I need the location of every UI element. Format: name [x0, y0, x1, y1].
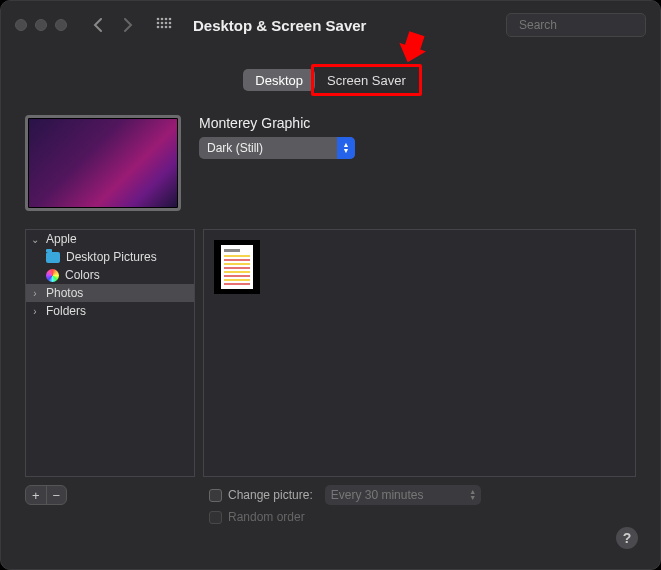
svg-point-8: [157, 26, 160, 29]
zoom-light[interactable]: [55, 19, 67, 31]
source-photos[interactable]: › Photos: [26, 284, 194, 302]
chevron-right-icon: ›: [30, 288, 40, 299]
source-label: Photos: [46, 286, 83, 300]
select-stepper-icon: ▲▼: [337, 137, 355, 159]
svg-point-4: [157, 22, 160, 25]
random-order-label: Random order: [228, 510, 305, 524]
random-order-row: Random order: [209, 510, 481, 524]
help-button[interactable]: ?: [616, 527, 638, 549]
titlebar: Desktop & Screen Saver: [1, 1, 660, 49]
back-button[interactable]: [87, 14, 109, 36]
change-picture-checkbox[interactable]: [209, 489, 222, 502]
color-wheel-icon: [46, 269, 59, 282]
source-folders[interactable]: › Folders: [26, 302, 194, 320]
window-title: Desktop & Screen Saver: [193, 17, 366, 34]
source-label: Colors: [65, 268, 100, 282]
wallpaper-preview: [25, 115, 181, 211]
picture-thumbnail[interactable]: [214, 240, 260, 294]
svg-point-0: [157, 18, 160, 21]
source-colors[interactable]: Colors: [26, 266, 194, 284]
tab-desktop[interactable]: Desktop: [243, 69, 315, 91]
change-picture-row: Change picture: Every 30 minutes ▲▼: [209, 485, 481, 505]
source-list: ⌄ Apple Desktop Pictures Colors › Photos…: [25, 229, 195, 477]
svg-point-2: [165, 18, 168, 21]
source-label: Apple: [46, 232, 77, 246]
add-remove-buttons: + −: [25, 485, 67, 505]
wallpaper-name: Monterey Graphic: [199, 115, 636, 131]
svg-point-10: [165, 26, 168, 29]
svg-point-5: [161, 22, 164, 25]
variant-select-value: Dark (Still): [207, 141, 263, 155]
minimize-light[interactable]: [35, 19, 47, 31]
source-label: Folders: [46, 304, 86, 318]
thumbnail-grid: [203, 229, 636, 477]
svg-point-6: [165, 22, 168, 25]
tab-bar: Desktop Screen Saver: [1, 69, 660, 91]
arrow-indicator-icon: [390, 31, 428, 72]
random-order-checkbox: [209, 511, 222, 524]
remove-button[interactable]: −: [47, 486, 67, 504]
close-light[interactable]: [15, 19, 27, 31]
interval-value: Every 30 minutes: [331, 488, 424, 502]
thumbnail-image: [221, 245, 253, 289]
chevron-right-icon: ›: [30, 306, 40, 317]
variant-select[interactable]: Dark (Still) ▲▼: [199, 137, 355, 159]
chevron-down-icon: ⌄: [30, 234, 40, 245]
interval-select[interactable]: Every 30 minutes ▲▼: [325, 485, 481, 505]
search-input[interactable]: [519, 18, 661, 32]
source-desktop-pictures[interactable]: Desktop Pictures: [26, 248, 194, 266]
svg-point-11: [169, 26, 172, 29]
add-button[interactable]: +: [26, 486, 47, 504]
svg-point-9: [161, 26, 164, 29]
search-field[interactable]: [506, 13, 646, 37]
svg-point-1: [161, 18, 164, 21]
svg-point-3: [169, 18, 172, 21]
tab-screen-saver[interactable]: Screen Saver: [315, 69, 418, 91]
window-controls: [15, 19, 67, 31]
folder-icon: [46, 252, 60, 263]
svg-point-7: [169, 22, 172, 25]
source-label: Desktop Pictures: [66, 250, 157, 264]
forward-button[interactable]: [117, 14, 139, 36]
show-all-icon[interactable]: [153, 14, 175, 36]
change-picture-label: Change picture:: [228, 488, 313, 502]
select-stepper-icon: ▲▼: [465, 485, 481, 505]
source-apple[interactable]: ⌄ Apple: [26, 230, 194, 248]
